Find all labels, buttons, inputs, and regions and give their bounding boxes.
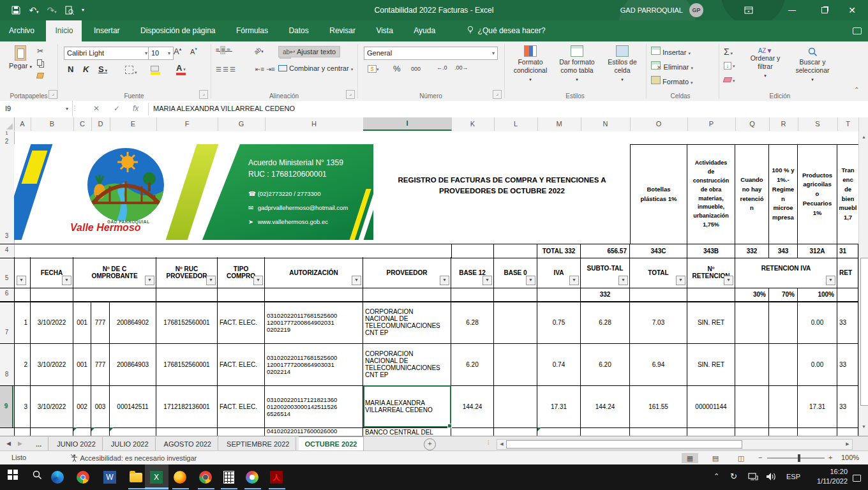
- accessibility-status[interactable]: Accesibilidad: es necesario investigar: [70, 454, 197, 462]
- sheet-tab-julio[interactable]: JULIO 2022: [105, 437, 156, 451]
- acrobat-icon[interactable]: 人: [269, 470, 284, 485]
- cell-autorizacion[interactable]: 031020220117121821360 012002003000142511…: [265, 385, 363, 427]
- cell[interactable]: [687, 288, 735, 301]
- hdr-base0[interactable]: BASE 0▼: [494, 257, 537, 288]
- cell-r70[interactable]: [769, 343, 798, 385]
- cell[interactable]: [537, 427, 581, 436]
- col-header-Q[interactable]: Q: [735, 117, 770, 131]
- cell-r30[interactable]: [735, 385, 769, 427]
- collapse-ribbon-button[interactable]: ⌃: [854, 86, 859, 93]
- cell[interactable]: [769, 427, 798, 436]
- cell-nret[interactable]: SIN. RET: [687, 343, 735, 385]
- cell-base12[interactable]: 6.28: [451, 301, 494, 343]
- col-header-T[interactable]: T: [837, 117, 859, 131]
- col-header-B[interactable]: B: [31, 117, 74, 131]
- col-header-O[interactable]: O: [630, 117, 688, 131]
- hdr-ret-clipped[interactable]: RET: [837, 257, 858, 288]
- horizontal-align-icons[interactable]: ☰☰☰: [216, 66, 237, 73]
- cell[interactable]: [494, 244, 537, 258]
- cell[interactable]: [31, 427, 73, 436]
- insert-cells-button[interactable]: Insertar ▾: [651, 47, 691, 56]
- sheet-nav-left-icon[interactable]: ◀: [6, 436, 11, 451]
- sheet-nav-right-icon[interactable]: ▶: [18, 436, 22, 451]
- view-page-break-icon[interactable]: ◫: [733, 453, 749, 463]
- cell-fecha[interactable]: 3/10/2022: [31, 301, 73, 343]
- volume-icon[interactable]: [766, 472, 777, 484]
- cell-r30[interactable]: [735, 301, 769, 343]
- active-cell-selection[interactable]: [363, 385, 451, 427]
- cell[interactable]: [218, 427, 265, 436]
- cell[interactable]: [630, 427, 687, 436]
- decrease-decimal-button[interactable]: .00→: [454, 64, 468, 71]
- zoom-in-button[interactable]: +: [828, 454, 832, 461]
- cell-ruc[interactable]: 1768152560001: [156, 301, 218, 343]
- alignment-dialog-launcher[interactable]: ⌟: [346, 90, 355, 99]
- filter-icon[interactable]: ▼: [440, 276, 449, 285]
- edge-icon[interactable]: [50, 470, 65, 485]
- hdr-tipo-compro[interactable]: TIPO COMPRO▼: [218, 257, 265, 288]
- hdr-autorizacion[interactable]: AUTORIZACIÓN▼: [265, 257, 363, 288]
- name-box[interactable]: I9▾: [0, 101, 73, 117]
- cell[interactable]: [735, 427, 769, 436]
- horizontal-scrollbar[interactable]: ◀ ▶: [497, 439, 853, 450]
- cell[interactable]: 200864902: [110, 301, 156, 343]
- col-header-A[interactable]: A: [14, 117, 31, 131]
- scroll-up-arrow[interactable]: ▲: [860, 133, 868, 142]
- cell-r100[interactable]: 0.00: [798, 301, 837, 343]
- view-page-layout-icon[interactable]: ▤: [707, 453, 724, 463]
- grow-font-button[interactable]: A▴: [174, 47, 181, 56]
- cell[interactable]: 777: [91, 343, 110, 385]
- orientation-button[interactable]: ab▾: [254, 47, 264, 54]
- tab-datos[interactable]: Datos: [280, 20, 317, 41]
- filter-icon[interactable]: ▼: [145, 276, 154, 285]
- col-header-G[interactable]: G: [218, 117, 266, 131]
- hdr-iva[interactable]: IVA▼: [537, 257, 581, 288]
- zoom-slider-handle[interactable]: [798, 454, 800, 462]
- excel-taskbar-highlight[interactable]: X: [145, 464, 168, 490]
- cell-tipo[interactable]: FACT. ELEC.: [218, 343, 265, 385]
- increase-decimal-button[interactable]: ←.0: [437, 64, 447, 71]
- accounting-format-button[interactable]: $▾: [368, 64, 379, 73]
- cell-t[interactable]: 33: [837, 385, 858, 427]
- tab-insertar[interactable]: Insertar: [85, 20, 129, 41]
- cell-base0[interactable]: [494, 385, 537, 427]
- hdr-actividades[interactable]: Actividades de construcción de obra mate…: [687, 144, 735, 244]
- sheet-tab-octubre-active[interactable]: OCTUBRE 2022: [299, 436, 364, 451]
- filter-icon[interactable]: ▼: [62, 276, 71, 285]
- cell-iva[interactable]: 0.74: [537, 343, 581, 385]
- cell-rownum[interactable]: 3: [14, 385, 31, 427]
- format-painter-icon[interactable]: [37, 72, 43, 80]
- cell[interactable]: [451, 288, 494, 301]
- name-box-splitter[interactable]: ⋮: [71, 105, 78, 112]
- hdr-botellas[interactable]: Botellas plásticas 1%: [630, 144, 687, 244]
- hdr-ruc-proveedor[interactable]: Nº RUC PROVEEDOR▼: [156, 257, 218, 288]
- cell[interactable]: [837, 427, 858, 436]
- cell[interactable]: [837, 288, 858, 301]
- cell-tipo[interactable]: FACT. ELEC.: [218, 385, 265, 427]
- vertical-scrollbar[interactable]: ▲ ▼: [858, 117, 868, 436]
- cell-code-31x[interactable]: 31: [837, 244, 858, 258]
- cell[interactable]: [156, 427, 218, 436]
- chrome-icon[interactable]: [75, 470, 91, 485]
- tab-scrollbar-splitter[interactable]: ⁞: [488, 440, 490, 446]
- col-header-S[interactable]: S: [798, 117, 838, 131]
- cell[interactable]: [218, 288, 265, 301]
- font-name-select[interactable]: Calibri Light▾: [64, 47, 151, 60]
- filter-icon[interactable]: ▼: [676, 276, 685, 285]
- col-header-N[interactable]: N: [581, 117, 631, 131]
- cell-code-343B[interactable]: 343B: [687, 244, 735, 258]
- number-dialog-launcher[interactable]: ⌟: [493, 90, 502, 99]
- cell[interactable]: [687, 427, 735, 436]
- cell[interactable]: 001: [73, 343, 91, 385]
- cell[interactable]: [581, 427, 630, 436]
- find-select-button[interactable]: Buscar y seleccionar ▾: [789, 47, 836, 82]
- clipboard-dialog-launcher[interactable]: ⌟: [49, 90, 57, 99]
- scroll-right-arrow[interactable]: ▶: [844, 440, 851, 448]
- cell-tipo[interactable]: FACT. ELEC.: [218, 301, 265, 343]
- row-header-1[interactable]: 1: [0, 131, 13, 136]
- percent-style-button[interactable]: %: [393, 64, 401, 73]
- minimize-button[interactable]: —: [781, 0, 803, 20]
- filter-icon[interactable]: ▼: [352, 276, 361, 285]
- font-color-button[interactable]: A ▾: [176, 63, 186, 75]
- new-sheet-button[interactable]: +: [424, 438, 436, 450]
